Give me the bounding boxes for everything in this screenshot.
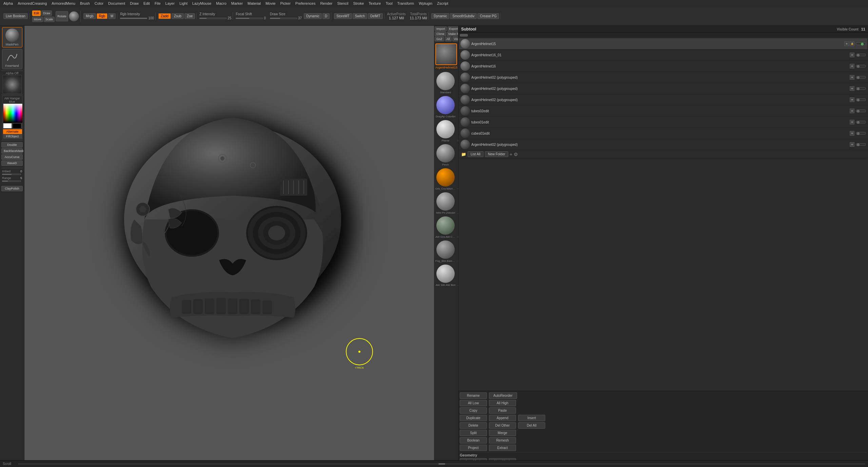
zadd-btn[interactable]: Zadd [158,13,171,19]
dynamic-btn[interactable]: Dynamic [304,13,322,19]
menu-layer[interactable]: Layer [163,0,177,7]
subtool-item-4[interactable]: ArgentHelmet02 (polygrouped) 👁 [459,83,867,94]
delMT-btn[interactable]: DelMT [368,13,382,19]
draw-btn[interactable]: Draw [41,11,52,16]
menu-color[interactable]: Color [93,0,105,7]
menu-texture[interactable]: Texture [367,0,383,7]
subtool-item-0[interactable]: ArgentHelmet15 👁 🔒 [459,38,867,50]
subtool-item-2[interactable]: ArgentHelmet16 👁 [459,61,867,72]
extract-btn[interactable]: Extract [489,445,516,451]
delete-btn[interactable]: Delete [460,422,487,429]
menu-lazymouse[interactable]: LazyMouse [190,0,213,7]
menu-zscript[interactable]: Zscript [435,0,450,7]
menu-stroke[interactable]: Stroke [351,0,366,7]
vis-toggle-all[interactable] [460,34,468,37]
subtool-toggle-5[interactable] [856,98,866,101]
append-btn[interactable]: Append [489,415,516,421]
project-btn[interactable]: Project [460,445,487,451]
list-all-btn[interactable]: List All [468,151,484,157]
lock-icon-0[interactable]: 🔒 [850,41,854,46]
scroll-bar[interactable] [18,463,865,465]
dynamic-subdiv-btn[interactable]: Dynamic [431,13,449,19]
menu-movie[interactable]: Movie [263,0,277,7]
new-folder-icon[interactable]: + [510,152,512,157]
subtool-toggle-3[interactable] [856,76,866,79]
mat-planar[interactable]: Planar [435,119,456,143]
menu-marker[interactable]: Marker [229,0,245,7]
menu-brush[interactable]: Brush [78,0,92,7]
eye-icon-6[interactable]: 👁 [850,109,854,113]
import-btn[interactable]: Import [435,26,447,31]
visible-btn[interactable]: Visible [452,37,458,41]
del-other-btn[interactable]: Del Other [489,422,516,429]
subtool-item-8[interactable]: cubes01edit 👁 [459,128,867,139]
eye-icon-7[interactable]: 👁 [850,120,854,124]
waved-btn[interactable]: WaveD [1,160,23,166]
rgb-intensity-slider[interactable] [120,18,147,19]
smooth-subdiv-btn[interactable]: SmoothSubdiv [450,13,477,19]
list-all-row[interactable]: 📁 List All New Folder + ⚙ [459,150,867,158]
imbed-slider[interactable] [2,174,21,175]
boolean-btn[interactable]: Boolean [460,437,487,444]
subtool-toggle-0[interactable] [856,42,866,45]
brush-freehand[interactable]: FreeHand [2,49,22,69]
all-high-btn[interactable]: All High [489,400,516,406]
new-folder-btn[interactable]: New Folder [485,151,508,157]
storeMT-btn[interactable]: StoreMT [334,13,352,19]
eye-icon-3[interactable]: 👁 [850,75,854,80]
menu-armored-creasing[interactable]: ArmoredCreasing [16,0,49,7]
live-boolean-btn[interactable]: Live Boolean [3,13,28,19]
clay-polish-btn[interactable]: ClayPolish [1,186,23,191]
menu-stencil[interactable]: Stencil [335,0,350,7]
remesh-btn[interactable]: Remesh [489,437,516,444]
menu-armored-menu[interactable]: ArmoredMenu [50,0,77,7]
z-intensity-slider[interactable] [199,18,226,19]
mat-pinch[interactable]: Pinch [435,143,456,167]
menu-render[interactable]: Render [318,0,334,7]
zsub-btn[interactable]: Zsub [172,13,184,19]
menu-alpha[interactable]: Alpha [1,0,15,7]
menu-document[interactable]: Document [106,0,127,7]
accu-curve-btn[interactable]: AccuCurve [1,154,23,160]
color-gradient-picker[interactable] [3,103,22,122]
rotate-btn[interactable]: Rotate [56,11,68,21]
double-btn[interactable]: Double [1,142,23,148]
make-polymesh-btn[interactable]: Make PolyMesh3D [447,32,458,36]
export-btn[interactable]: Export [448,26,458,31]
clone-btn[interactable]: Clone [435,32,446,36]
subtool-item-7[interactable]: tubes01edit 👁 [459,117,867,128]
eye-icon-5[interactable]: 👁 [850,97,854,102]
white-swatch[interactable] [3,123,12,129]
m-btn[interactable]: M [108,13,116,19]
eye-icon-4[interactable]: 👁 [850,86,854,91]
eye-icon-9[interactable]: 👁 [850,142,854,147]
black-swatch[interactable] [13,123,21,129]
mat-awsilh[interactable]: AW Silh AW Blot [435,264,456,287]
zoe-btn[interactable]: Zoe [184,13,195,19]
paste-btn[interactable]: Paste [489,407,516,414]
mat-dragap[interactable]: DragAp ColorBri [435,95,456,119]
focal-shift-slider[interactable] [236,18,263,19]
duplicate-btn[interactable]: Duplicate [460,415,487,421]
subtool-toggle-4[interactable] [856,87,866,90]
fill-object-btn[interactable]: FillObject [3,134,22,139]
menu-light[interactable]: Light [177,0,190,7]
switch-btn[interactable]: Switch [353,13,367,19]
eye-icon-2[interactable]: 👁 [850,64,854,69]
mrgb-btn[interactable]: Mrgb [83,13,96,19]
menu-wplugin[interactable]: Wplugin [417,0,434,7]
rgb-btn[interactable]: Rgb [97,13,107,19]
current-tool-preview[interactable] [435,43,457,65]
subtool-item-1[interactable]: ArgentHelmet16_01 👁 [459,50,867,61]
menu-tool[interactable]: Tool [383,0,394,7]
canvas-area[interactable]: +TRCK [24,26,434,460]
rename-btn[interactable]: Rename [460,392,487,399]
insert-btn[interactable]: Insert [518,415,545,421]
subtool-item-3[interactable]: ArgentHelmet02 (polygrouped) 👁 [459,72,867,83]
mat-orbcra[interactable]: Orb_Cra MAHcut [435,168,456,191]
draw-size-slider[interactable] [270,18,297,19]
subtool-toggle-2[interactable] [856,65,866,67]
mat-awgra[interactable]: AW Gra AW Cavi [435,216,456,239]
subtool-item-9[interactable]: ArgentHelmet02 (polygrouped) 👁 [459,139,867,150]
goz-btn[interactable]: GoZ [435,37,444,41]
